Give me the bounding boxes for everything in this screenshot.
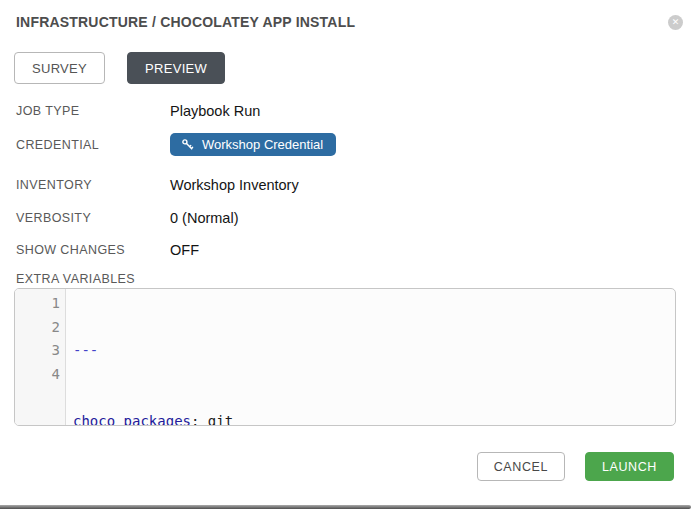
- line-number: 3: [15, 339, 60, 363]
- job-type-label: JOB TYPE: [16, 104, 170, 118]
- show-changes-value: OFF: [170, 242, 199, 258]
- launch-button[interactable]: LAUNCH: [585, 452, 674, 481]
- background-window-edge: [0, 505, 691, 509]
- key-icon: [181, 138, 194, 151]
- inventory-label: INVENTORY: [16, 178, 170, 192]
- close-icon[interactable]: ✕: [668, 15, 683, 30]
- credential-label: CREDENTIAL: [16, 138, 170, 152]
- credential-badge: Workshop Credential: [170, 133, 336, 156]
- yaml-value: : git: [191, 413, 233, 427]
- detail-row-verbosity: VERBOSITY 0 (Normal): [16, 210, 238, 226]
- line-number: 4: [15, 363, 60, 387]
- extra-variables-editor: 1 2 3 4 --- choco_packages: git app_stat…: [14, 288, 676, 426]
- verbosity-label: VERBOSITY: [16, 211, 170, 225]
- job-launch-preview-modal: INFRASTRUCTURE / CHOCOLATEY APP INSTALL …: [0, 0, 696, 515]
- show-changes-label: SHOW CHANGES: [16, 243, 170, 257]
- tab-survey[interactable]: SURVEY: [14, 52, 105, 84]
- detail-row-credential: CREDENTIAL Workshop Credential: [16, 133, 336, 156]
- tab-group: SURVEY PREVIEW: [14, 52, 225, 84]
- yaml-key: choco_packages: [73, 413, 191, 427]
- editor-line-numbers: 1 2 3 4: [15, 289, 66, 425]
- detail-row-inventory: INVENTORY Workshop Inventory: [16, 177, 299, 193]
- extra-variables-label: EXTRA VARIABLES: [16, 272, 135, 286]
- page-title: INFRASTRUCTURE / CHOCOLATEY APP INSTALL: [16, 14, 355, 30]
- editor-code-area[interactable]: --- choco_packages: git app_state: prese…: [66, 289, 675, 425]
- code-line-1: ---: [73, 339, 675, 363]
- detail-row-show-changes: SHOW CHANGES OFF: [16, 242, 199, 258]
- job-type-value: Playbook Run: [170, 103, 260, 119]
- yaml-doc-separator: ---: [73, 342, 98, 358]
- line-number: 1: [15, 292, 60, 316]
- tab-preview[interactable]: PREVIEW: [127, 52, 225, 84]
- detail-row-job-type: JOB TYPE Playbook Run: [16, 103, 260, 119]
- verbosity-value: 0 (Normal): [170, 210, 238, 226]
- credential-badge-label: Workshop Credential: [202, 137, 323, 152]
- modal-footer: CANCEL LAUNCH: [477, 452, 674, 481]
- inventory-value: Workshop Inventory: [170, 177, 299, 193]
- cancel-button[interactable]: CANCEL: [477, 452, 565, 481]
- line-number: 2: [15, 316, 60, 340]
- code-line-2: choco_packages: git: [73, 410, 675, 427]
